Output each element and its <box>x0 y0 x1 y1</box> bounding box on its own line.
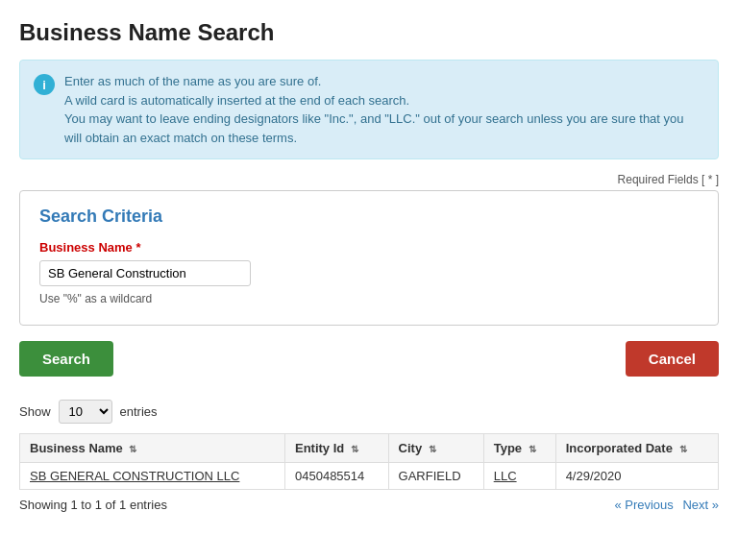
page-title: Business Name Search <box>19 19 719 46</box>
col-header-type[interactable]: Type ⇅ <box>483 434 555 463</box>
wildcard-hint: Use "%" as a wildcard <box>39 292 699 305</box>
buttons-row: Search Cancel <box>19 341 719 377</box>
pagination-links[interactable]: « Previous Next » <box>608 498 719 512</box>
show-entries-row: Show 10 25 50 100 entries <box>19 400 719 424</box>
sort-icon-city: ⇅ <box>429 444 436 454</box>
search-criteria-title: Search Criteria <box>39 207 699 227</box>
show-label: Show <box>19 404 51 419</box>
search-button[interactable]: Search <box>19 341 113 377</box>
required-marker: * <box>135 240 140 255</box>
cell-entity-id: 0450485514 <box>284 463 388 490</box>
info-icon: i <box>34 74 55 95</box>
col-header-incorporated-date[interactable]: Incorporated Date ⇅ <box>555 434 718 463</box>
col-header-entity-id[interactable]: Entity Id ⇅ <box>284 434 388 463</box>
prev-link[interactable]: « Previous <box>614 498 673 512</box>
business-name-label: Business Name * <box>39 240 699 255</box>
info-box: i Enter as much of the name as you are s… <box>19 60 719 159</box>
cancel-button[interactable]: Cancel <box>626 341 719 377</box>
next-link[interactable]: Next » <box>682 498 719 512</box>
sort-icon-entity-id: ⇅ <box>351 444 358 454</box>
sort-icon-business-name: ⇅ <box>129 444 136 454</box>
required-note: Required Fields [ * ] <box>19 173 719 186</box>
cell-business-name: SB GENERAL CONSTRUCTION LLC <box>20 463 285 490</box>
col-header-city[interactable]: City ⇅ <box>388 434 483 463</box>
table-row[interactable]: SB GENERAL CONSTRUCTION LLC0450485514GAR… <box>20 463 719 490</box>
entries-select[interactable]: 10 25 50 100 <box>59 400 112 424</box>
pagination-row: Showing 1 to 1 of 1 entries « Previous N… <box>19 498 719 512</box>
cell-type: LLC <box>483 463 555 490</box>
search-criteria-box: Search Criteria Business Name * Use "%" … <box>19 190 719 326</box>
business-name-input[interactable] <box>39 260 251 286</box>
sort-icon-incorporated-date: ⇅ <box>679 444 687 454</box>
pagination-summary: Showing 1 to 1 of 1 entries <box>19 498 167 512</box>
results-table: Business Name ⇅ Entity Id ⇅ City ⇅ Type … <box>19 433 719 490</box>
cell-city: GARFIELD <box>388 463 483 490</box>
cell-incorporated-date: 4/29/2020 <box>555 463 718 490</box>
table-header-row: Business Name ⇅ Entity Id ⇅ City ⇅ Type … <box>20 434 719 463</box>
col-header-business-name[interactable]: Business Name ⇅ <box>20 434 285 463</box>
entries-label: entries <box>120 404 158 419</box>
info-text: Enter as much of the name as you are sur… <box>64 72 704 147</box>
sort-icon-type: ⇅ <box>529 444 536 454</box>
